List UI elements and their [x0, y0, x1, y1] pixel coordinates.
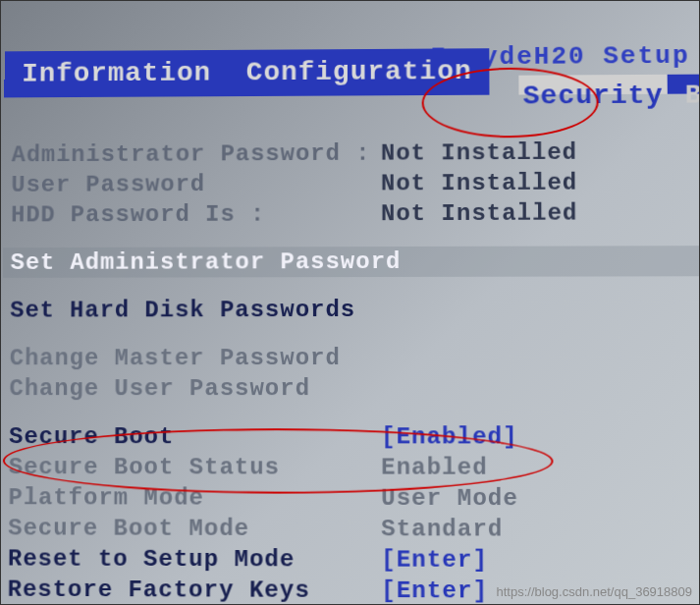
secure-boot-label: Secure Boot	[9, 423, 381, 450]
secure-boot-status-label: Secure Boot Status	[9, 454, 381, 481]
secure-boot-mode-row: Secure Boot Mode Standard	[0, 513, 700, 545]
user-password-label: User Password	[11, 171, 381, 198]
tab-boot[interactable]: Boot	[667, 74, 700, 93]
secure-boot-mode-value: Standard	[381, 516, 696, 543]
reset-setup-mode-value: [Enter]	[381, 546, 696, 574]
change-master-password: Change Master Password	[2, 343, 700, 374]
set-hdd-passwords[interactable]: Set Hard Disk Passwords	[2, 294, 700, 325]
platform-mode-label: Platform Mode	[8, 484, 381, 512]
user-password-value: Not Installed	[381, 169, 693, 196]
restore-factory-keys-label: Restore Factory Keys	[8, 577, 382, 605]
bios-screen: InsydeH20 Setup Information Configuratio…	[0, 0, 700, 605]
tab-configuration[interactable]: Configuration	[229, 48, 490, 96]
reset-setup-mode-label: Reset to Setup Mode	[8, 545, 381, 573]
hdd-password-row: HDD Password Is : Not Installed	[3, 197, 700, 230]
change-user-password: Change User Password	[1, 373, 700, 404]
user-password-row: User Password Not Installed	[3, 167, 700, 200]
content-area: Administrator Password : Not Installed U…	[0, 137, 700, 605]
watermark: https://blog.csdn.net/qq_36918809	[497, 584, 693, 599]
secure-boot-value: [Enabled]	[381, 423, 695, 450]
hdd-password-label: HDD Password Is :	[11, 200, 381, 228]
set-admin-password[interactable]: Set Administrator Password	[3, 246, 700, 278]
hdd-password-value: Not Installed	[381, 199, 693, 227]
tab-information[interactable]: Information	[4, 50, 229, 98]
secure-boot-status-value: Enabled	[381, 454, 695, 481]
admin-password-label: Administrator Password :	[12, 140, 381, 168]
platform-mode-row: Platform Mode User Mode	[0, 482, 700, 514]
admin-password-row: Administrator Password : Not Installed	[4, 137, 700, 170]
platform-mode-value: User Mode	[381, 485, 696, 513]
secure-boot-row[interactable]: Secure Boot [Enabled]	[1, 421, 700, 453]
secure-boot-mode-label: Secure Boot Mode	[8, 515, 381, 542]
reset-setup-mode-row[interactable]: Reset to Setup Mode [Enter]	[0, 543, 700, 576]
secure-boot-status-row: Secure Boot Status Enabled	[1, 452, 700, 483]
tab-security[interactable]: Security	[519, 75, 668, 95]
tab-bar: Information Configuration Security Boot	[4, 47, 700, 98]
admin-password-value: Not Installed	[381, 138, 693, 166]
